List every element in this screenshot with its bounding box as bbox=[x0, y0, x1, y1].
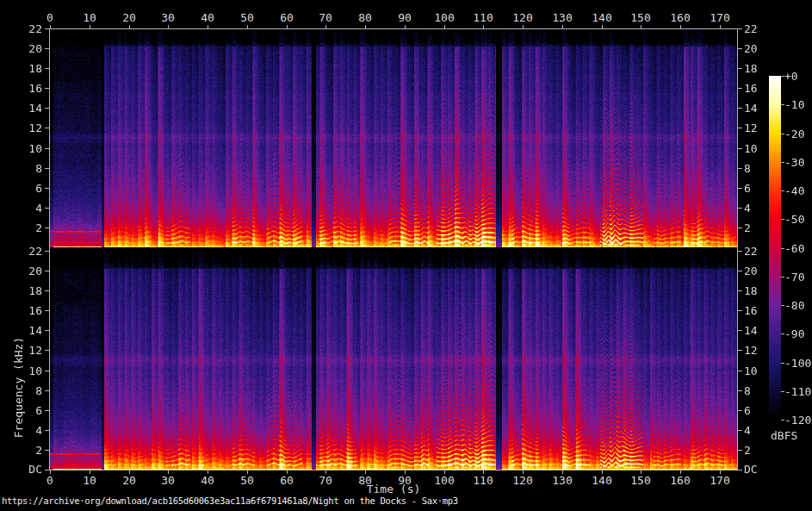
time-tick-label: 170 bbox=[710, 12, 729, 23]
freq-tick bbox=[738, 208, 742, 209]
freq-tick bbox=[738, 168, 742, 169]
freq-tick bbox=[738, 68, 742, 69]
freq-tick-label: 20 bbox=[744, 43, 758, 54]
freq-tick-label: 16 bbox=[0, 83, 45, 94]
time-tick bbox=[720, 25, 721, 28]
colorbar-tick-label: -50 bbox=[784, 214, 804, 225]
freq-tick-label: 8 bbox=[744, 163, 751, 174]
freq-tick-label: 6 bbox=[744, 183, 751, 194]
colorbar-tick-label: -30 bbox=[784, 157, 804, 168]
colorbar-tick-label: -100 bbox=[784, 358, 811, 369]
freq-tick bbox=[738, 390, 742, 391]
freq-tick-label: 10 bbox=[744, 143, 758, 154]
freq-tick bbox=[45, 410, 49, 411]
freq-tick bbox=[45, 128, 49, 128]
time-tick-label: 60 bbox=[280, 475, 294, 486]
freq-tick bbox=[738, 271, 742, 271]
time-tick-label: 170 bbox=[710, 475, 729, 486]
colorbar-tick-label: -80 bbox=[784, 300, 804, 311]
freq-tick-label: 20 bbox=[0, 43, 45, 54]
freq-tick bbox=[738, 450, 742, 451]
freq-tick bbox=[738, 470, 742, 470]
freq-tick-label: 22 bbox=[744, 246, 758, 257]
time-tick bbox=[641, 25, 642, 28]
freq-tick bbox=[45, 168, 49, 169]
freq-tick bbox=[45, 68, 49, 69]
frequency-axis-label-wrap: Frequency (kHz) bbox=[2, 138, 17, 362]
freq-tick bbox=[45, 251, 49, 252]
colorbar-tick-label: -90 bbox=[784, 328, 804, 340]
freq-tick bbox=[738, 410, 742, 411]
freq-tick bbox=[738, 28, 742, 29]
freq-tick-label: 4 bbox=[744, 203, 751, 214]
source-url: https://archive·org/download/acb165d6006… bbox=[2, 495, 458, 506]
freq-tick bbox=[45, 28, 49, 29]
bottom-axis-line bbox=[49, 470, 738, 470]
freq-tick-label: DC bbox=[0, 464, 45, 475]
time-tick bbox=[365, 25, 366, 28]
time-tick-label: 10 bbox=[83, 475, 96, 486]
time-tick-label: 70 bbox=[319, 12, 332, 23]
freq-tick bbox=[738, 128, 742, 128]
freq-tick-label: 8 bbox=[744, 385, 751, 396]
time-tick-label: 0 bbox=[46, 475, 53, 486]
freq-tick bbox=[45, 227, 49, 228]
time-tick-label: 160 bbox=[670, 12, 690, 23]
right-axis-line bbox=[737, 28, 738, 470]
colorbar-tick-label: -10 bbox=[784, 99, 804, 110]
freq-tick bbox=[738, 371, 742, 371]
time-tick-label: 150 bbox=[630, 475, 650, 486]
spectrogram-figure: 0102030405060708090100110120130140150160… bbox=[0, 0, 812, 511]
time-tick-label: 110 bbox=[473, 475, 493, 486]
colorbar-tick-label: -60 bbox=[784, 243, 804, 254]
time-axis-label: Time (s) bbox=[367, 483, 421, 495]
freq-tick-label: 10 bbox=[744, 365, 758, 377]
freq-tick bbox=[45, 310, 49, 311]
freq-tick bbox=[45, 390, 49, 391]
time-tick-label: 60 bbox=[280, 12, 294, 23]
freq-tick-label: 2 bbox=[744, 222, 751, 234]
time-tick bbox=[483, 25, 484, 28]
freq-tick-label: 2 bbox=[744, 445, 751, 456]
freq-tick-label: 4 bbox=[744, 425, 751, 436]
colorbar-tick-label: +0 bbox=[784, 71, 798, 82]
freq-tick bbox=[738, 430, 742, 431]
freq-tick bbox=[45, 450, 49, 451]
time-tick bbox=[129, 25, 130, 28]
freq-tick bbox=[45, 208, 49, 209]
freq-tick bbox=[45, 188, 49, 189]
freq-tick bbox=[45, 330, 49, 331]
time-tick-label: 0 bbox=[46, 12, 53, 23]
freq-tick bbox=[738, 88, 742, 89]
time-tick-label: 20 bbox=[122, 12, 136, 23]
freq-tick-label: 22 bbox=[0, 23, 45, 34]
freq-tick-label: 12 bbox=[744, 122, 758, 134]
time-tick bbox=[562, 25, 563, 28]
time-tick bbox=[168, 25, 169, 28]
freq-tick bbox=[45, 88, 49, 89]
freq-tick bbox=[45, 108, 49, 109]
freq-tick bbox=[738, 108, 742, 109]
freq-tick-label: 16 bbox=[744, 305, 758, 316]
time-tick-label: 40 bbox=[201, 475, 214, 486]
time-tick-label: 70 bbox=[319, 475, 332, 486]
time-tick-label: 30 bbox=[161, 475, 175, 486]
frequency-axis-label: Frequency (kHz) bbox=[12, 332, 25, 444]
freq-tick bbox=[45, 148, 49, 149]
time-tick bbox=[247, 25, 248, 28]
freq-tick-label: 18 bbox=[744, 285, 758, 296]
freq-tick bbox=[738, 148, 742, 149]
time-tick-label: 140 bbox=[592, 12, 611, 23]
colorbar-gradient bbox=[769, 76, 781, 420]
freq-tick bbox=[738, 330, 742, 331]
freq-tick-label: 22 bbox=[744, 23, 758, 34]
freq-tick-label: 18 bbox=[744, 63, 758, 74]
freq-tick-label: DC bbox=[744, 464, 758, 475]
time-tick bbox=[287, 25, 288, 28]
time-tick-label: 80 bbox=[358, 12, 372, 23]
freq-tick bbox=[45, 350, 49, 351]
time-tick-label: 90 bbox=[398, 12, 412, 23]
freq-tick bbox=[45, 290, 49, 291]
time-tick bbox=[325, 25, 326, 28]
freq-tick-label: 2 bbox=[0, 445, 45, 456]
